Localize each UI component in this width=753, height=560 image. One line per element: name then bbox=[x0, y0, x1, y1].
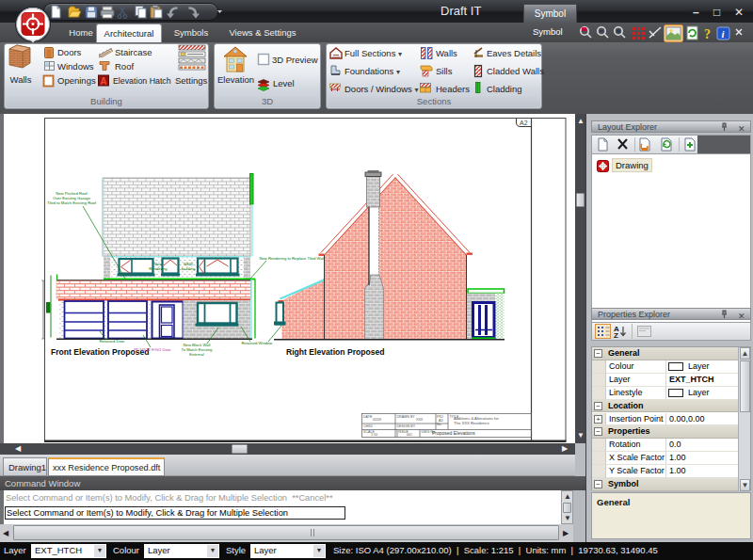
svg-text:001: 001 bbox=[407, 433, 412, 437]
svg-text:XXX: XXX bbox=[416, 418, 424, 422]
svg-text:A: A bbox=[100, 76, 106, 87]
svg-text:DRAWN BY: DRAWN BY bbox=[397, 415, 416, 419]
svg-text:building: building bbox=[182, 266, 196, 271]
svg-text:Tiled to Match Existing Roof: Tiled to Match Existing Roof bbox=[47, 200, 97, 205]
svg-text:1:50: 1:50 bbox=[371, 433, 377, 437]
svg-text:Proposed Elevations: Proposed Elevations bbox=[432, 430, 475, 436]
svg-text:The XXX Residence: The XXX Residence bbox=[454, 421, 489, 425]
svg-text:05/09: 05/09 bbox=[373, 418, 381, 422]
svg-text:CHKD: CHKD bbox=[363, 424, 374, 428]
svg-text:?: ? bbox=[704, 27, 711, 41]
svg-text:DATE: DATE bbox=[363, 415, 373, 419]
svg-text:New Rendering to Replace Tile: New Rendering to Replace Tiled Wall bbox=[259, 256, 324, 261]
svg-text:A2: A2 bbox=[520, 120, 528, 126]
svg-text:Retained Door: Retained Door bbox=[99, 339, 125, 344]
svg-text:No.: No. bbox=[437, 423, 442, 426]
svg-text:DESIGN BY: DESIGN BY bbox=[397, 424, 416, 428]
svg-text:Z: Z bbox=[614, 331, 618, 340]
svg-text:PD16532 F/G/1 Door: PD16532 F/G/1 Door bbox=[134, 347, 171, 352]
svg-text:Rendering: Rendering bbox=[149, 266, 168, 271]
svg-text:Right Elevation Proposed: Right Elevation Proposed bbox=[286, 347, 385, 357]
svg-text:External: External bbox=[189, 352, 203, 357]
